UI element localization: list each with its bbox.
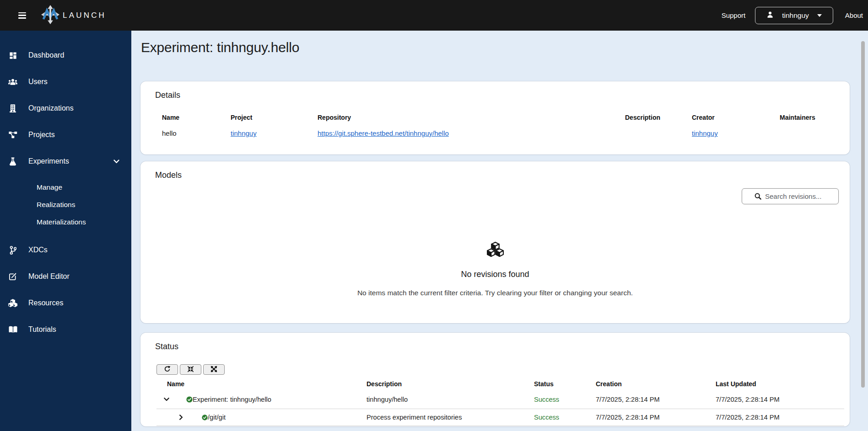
details-row: hello tinhnguy https://git.sphere-testbe… (155, 121, 835, 137)
details-col-description: Description (618, 110, 685, 121)
status-col-creation: Creation (592, 380, 712, 388)
users-icon (8, 78, 17, 86)
status-table: Name Description Status Creation Last Up… (156, 380, 844, 426)
status-badge: Success (530, 396, 592, 403)
status-row-last-updated: 7/7/2025, 2:28:14 PM (712, 414, 844, 421)
sidebar-item-xdcs[interactable]: XDCs (0, 241, 131, 259)
repository-link[interactable]: https://git.sphere-testbed.net/tinhnguy/… (318, 129, 449, 137)
status-row-description: Process experiment repositories (363, 414, 530, 421)
collapse-icon (187, 366, 194, 374)
sidebar-item-experiments[interactable]: Experiments (0, 152, 131, 170)
details-card: Details Name Project Repository Descript… (140, 81, 850, 154)
empty-title: No revisions found (140, 270, 850, 279)
page-title: Experiment: tinhnguy.hello (141, 40, 299, 55)
organizations-icon (8, 104, 17, 113)
search-box (742, 188, 839, 204)
check-circle-icon (186, 396, 193, 403)
topbar: LAUNCH Support tinhnguy About (0, 0, 868, 31)
dashboard-icon (8, 51, 17, 60)
status-col-name: Name (156, 380, 363, 388)
details-col-creator: Creator (685, 110, 773, 121)
sidebar-item-resources[interactable]: Resources (0, 294, 131, 312)
collapse-all-button[interactable] (180, 364, 201, 375)
status-toolbar (156, 364, 225, 375)
user-icon (766, 11, 774, 20)
details-maintainers-value (773, 121, 835, 137)
status-card: Status (140, 333, 850, 426)
status-col-description: Description (363, 380, 530, 388)
caret-down-icon (817, 14, 822, 17)
status-title: Status (155, 342, 178, 351)
check-circle-icon (202, 415, 208, 420)
cubes-icon (487, 250, 504, 258)
sidebar: Dashboard Users (0, 31, 131, 431)
status-table-header: Name Description Status Creation Last Up… (156, 380, 844, 388)
status-col-status: Status (530, 380, 592, 388)
sidebar-item-manage[interactable]: Manage (0, 179, 131, 196)
status-row-creation: 7/7/2025, 2:28:14 PM (592, 396, 712, 403)
book-icon (8, 326, 17, 333)
expand-icon (210, 366, 217, 374)
models-card: Models (140, 161, 850, 323)
details-table-header: Name Project Repository Description Crea… (155, 110, 835, 121)
menu-icon[interactable] (18, 12, 26, 19)
details-title: Details (155, 90, 180, 100)
status-row-creation: 7/7/2025, 2:28:14 PM (592, 414, 712, 421)
scrollbar-thumb[interactable] (861, 41, 865, 388)
sidebar-item-dashboard[interactable]: Dashboard (0, 46, 131, 64)
main-content: Experiment: tinhnguy.hello Details Name … (131, 31, 868, 431)
status-row: /git/git Process experiment repositories… (156, 409, 844, 426)
status-row-last-updated: 7/7/2025, 2:28:14 PM (712, 396, 844, 403)
chevron-right-icon[interactable] (179, 415, 202, 420)
details-table: Name Project Repository Description Crea… (155, 110, 835, 137)
sidebar-item-materializations[interactable]: Materializations (0, 213, 131, 231)
sidebar-item-users[interactable]: Users (0, 73, 131, 91)
refresh-icon (164, 366, 171, 374)
status-badge: Success (530, 414, 592, 421)
support-link[interactable]: Support (722, 11, 746, 19)
sidebar-item-organizations[interactable]: Organizations (0, 99, 131, 117)
projects-icon (8, 131, 17, 138)
details-col-maintainers: Maintainers (773, 110, 835, 121)
sidebar-item-model-editor[interactable]: Model Editor (0, 267, 131, 286)
code-branch-icon (8, 246, 17, 255)
brand[interactable]: LAUNCH (41, 4, 106, 27)
search-input[interactable] (742, 188, 839, 204)
creator-link[interactable]: tinhnguy (692, 129, 718, 137)
sidebar-item-tutorials[interactable]: Tutorials (0, 320, 131, 339)
sidebar-item-projects[interactable]: Projects (0, 126, 131, 144)
about-link[interactable]: About (845, 11, 863, 19)
refresh-button[interactable] (156, 364, 178, 375)
experiments-submenu: Manage Realizations Materializations (0, 179, 131, 231)
cubes-icon (8, 299, 17, 307)
details-col-project: Project (224, 110, 311, 121)
status-row-description: tinhnguy/hello (363, 396, 530, 403)
chevron-down-icon (113, 157, 119, 165)
sidebar-item-realizations[interactable]: Realizations (0, 196, 131, 213)
expand-all-button[interactable] (203, 364, 225, 375)
user-menu-button[interactable]: tinhnguy (755, 7, 833, 24)
empty-message: No items match the current filter criter… (140, 289, 850, 297)
chevron-down-icon[interactable] (164, 398, 186, 401)
models-empty-state: No revisions found No items match the cu… (140, 242, 850, 297)
details-col-repository: Repository (311, 110, 618, 121)
details-name-value: hello (155, 121, 224, 137)
edit-icon (8, 272, 17, 281)
brand-name: LAUNCH (63, 11, 106, 20)
launch-logo-icon (41, 4, 59, 27)
status-col-last-updated: Last Updated (712, 380, 844, 388)
project-link[interactable]: tinhnguy (231, 129, 257, 137)
details-description-value (618, 121, 685, 137)
username: tinhnguy (782, 11, 809, 20)
models-title: Models (155, 170, 182, 180)
details-col-name: Name (155, 110, 224, 121)
flask-icon (8, 157, 17, 166)
status-row: Experiment: tinhnguy/hello tinhnguy/hell… (156, 388, 844, 409)
